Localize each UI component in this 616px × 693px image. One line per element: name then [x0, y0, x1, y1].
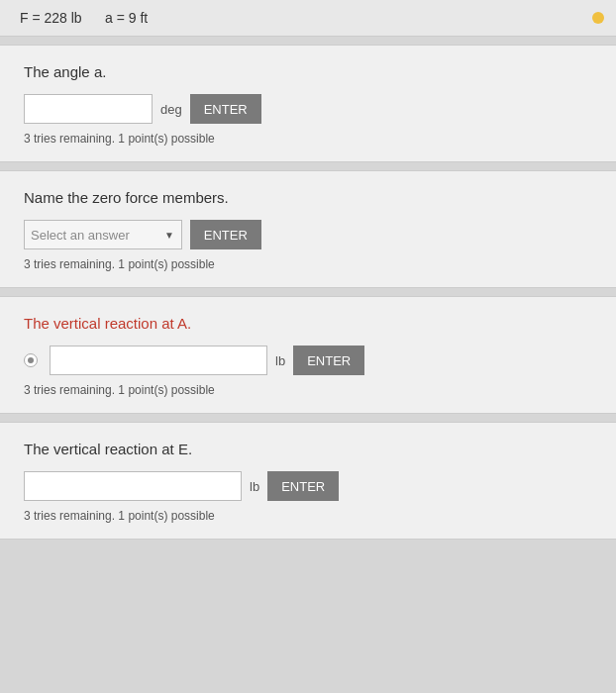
reaction-e-tries: 3 tries remaining. 1 point(s) possible — [24, 509, 592, 523]
reaction-a-input[interactable] — [50, 346, 267, 375]
select-row: Select an answer ▼ ENTER — [24, 220, 592, 249]
radio-dot-icon — [24, 353, 38, 367]
zero-force-tries: 3 tries remaining. 1 point(s) possible — [24, 257, 592, 271]
question-zero-force: Name the zero force members. — [24, 189, 592, 206]
reaction-e-enter-button[interactable]: ENTER — [267, 471, 339, 501]
f-value: F = 228 lb — [20, 10, 82, 26]
zero-force-enter-button[interactable]: ENTER — [190, 220, 261, 249]
reaction-a-unit: lb — [275, 353, 285, 368]
reaction-a-enter-button[interactable]: ENTER — [293, 346, 364, 375]
a-value: a = 9 ft — [105, 10, 148, 26]
question-reaction-e: The vertical reaction at E. — [24, 441, 592, 457]
section-reaction-e: The vertical reaction at E. lb ENTER 3 t… — [0, 422, 616, 540]
reaction-a-tries: 3 tries remaining. 1 point(s) possible — [24, 383, 592, 397]
section-angle: The angle a. deg ENTER 3 tries remaining… — [0, 45, 616, 162]
input-row-reaction-a: lb ENTER — [24, 346, 592, 375]
reaction-e-input[interactable] — [24, 471, 242, 501]
question-angle: The angle a. — [24, 63, 592, 80]
top-bar: F = 228 lb a = 9 ft — [0, 0, 616, 37]
section-reaction-a: The vertical reaction at A. lb ENTER 3 t… — [0, 296, 616, 414]
angle-input[interactable] — [24, 94, 153, 124]
input-row-reaction-e: lb ENTER — [24, 471, 592, 501]
angle-unit: deg — [160, 102, 182, 117]
reaction-e-unit: lb — [250, 479, 259, 494]
angle-tries: 3 tries remaining. 1 point(s) possible — [24, 132, 592, 146]
select-container: Select an answer ▼ — [24, 220, 182, 249]
zero-force-select[interactable]: Select an answer — [24, 220, 182, 249]
section-zero-force: Name the zero force members. Select an a… — [0, 170, 616, 288]
input-row-angle: deg ENTER — [24, 94, 592, 124]
question-reaction-a: The vertical reaction at A. — [24, 315, 592, 332]
status-dot — [592, 12, 604, 24]
angle-enter-button[interactable]: ENTER — [190, 94, 261, 124]
